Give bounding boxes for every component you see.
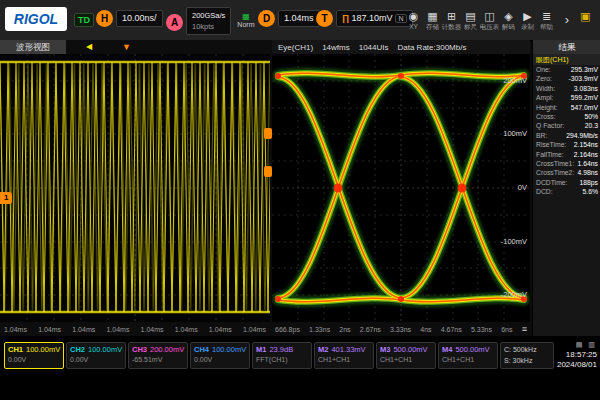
channel-name: CH2: [70, 344, 85, 355]
time-tick: 1.04ms: [72, 326, 95, 333]
storage-icon: ▦: [427, 10, 437, 22]
trigger-slope-icon: ∏: [342, 13, 349, 23]
result-label: DCD:: [536, 187, 553, 196]
result-row: One:295.3mV: [533, 65, 600, 74]
ch1-status-box[interactable]: CH1100.00mV 0.00V: [4, 342, 64, 369]
trigger-mode-badge[interactable]: TD: [74, 13, 94, 27]
time-tick: 2.67ns: [360, 326, 381, 333]
sample-rate: 200GSa/s: [192, 10, 225, 21]
tool-help[interactable]: ≣ 帮助: [537, 3, 556, 37]
toolbar-icons: ◉ XY ▦ 存储 ⊞ 计数器 ▤ 标尺 ◫ 电压表 ◈ 解码: [404, 3, 556, 37]
eye-diagram-display[interactable]: 200mV 100mV 0V -100mV -200mV: [272, 54, 530, 322]
trigger-level-value[interactable]: 187.10mV: [351, 13, 392, 23]
counter-status-box[interactable]: C: 500kHz S: 30kHz: [500, 342, 554, 369]
tool-record[interactable]: ▶ 录制: [518, 3, 537, 37]
result-value: 1.64ns: [578, 159, 598, 168]
result-label: Width:: [536, 84, 555, 93]
channel-status-bar: CH1100.00mV 0.00V CH2100.00mV 0.00V CH32…: [0, 336, 600, 400]
time-tick: 666.8ps: [275, 326, 300, 333]
ch4-status-box[interactable]: CH4100.00mV 0.00V: [190, 342, 250, 369]
time-tick: 1.04ms: [209, 326, 232, 333]
tool-xy[interactable]: ◉ XY: [404, 3, 423, 37]
tool-label: 存储: [426, 23, 439, 30]
horizontal-scale-control[interactable]: H 10.00ns/: [96, 10, 163, 27]
channel-offset: 0.00V: [194, 355, 246, 364]
clock-block: ▤ ▥ 18:57:25 2024/08/01: [557, 340, 597, 370]
results-section-label[interactable]: 眼图(CH1): [533, 54, 600, 65]
eye-diagram-plot: [272, 54, 530, 322]
time-tick: 1.04ms: [38, 326, 61, 333]
trigger-control[interactable]: T ∏187.10mVN: [316, 10, 413, 27]
waveform-display[interactable]: [0, 54, 270, 322]
trigger-key-icon[interactable]: T: [316, 10, 333, 27]
result-value: 188ps: [579, 178, 598, 187]
system-time: 18:57:25: [557, 350, 597, 360]
delay-value[interactable]: 1.04ms: [278, 10, 320, 27]
horizontal-key-icon[interactable]: H: [96, 10, 113, 27]
waveform-view-tab[interactable]: 波形视图: [0, 40, 66, 54]
help-icon: ≣: [542, 10, 551, 22]
delay-key-icon[interactable]: D: [258, 10, 275, 27]
eye-volt-label: 100mV: [503, 130, 527, 138]
tool-counter[interactable]: ⊞ 计数器: [442, 3, 461, 37]
eye-level-marker-low[interactable]: [264, 166, 272, 177]
tool-ruler[interactable]: ▤ 标尺: [461, 3, 480, 37]
time-tick: 6ns: [501, 326, 512, 333]
result-label: DCDTime:: [536, 178, 567, 187]
eye-volt-label: 0V: [518, 184, 527, 192]
ch2-status-box[interactable]: CH2100.00mV 0.00V: [66, 342, 126, 369]
result-value: -303.9mV: [569, 74, 598, 83]
result-value: 50%: [584, 112, 598, 121]
tool-storage[interactable]: ▦ 存储: [423, 3, 442, 37]
oscilloscope-screen: RIGOL TD H 10.00ns/ A 200GSa/s 10kpts ▦ …: [0, 0, 600, 400]
result-label: Height:: [536, 103, 558, 112]
channel-name: CH4: [194, 344, 209, 355]
channel-offset: CH1+CH1: [380, 355, 432, 364]
system-date: 2024/08/01: [557, 360, 597, 370]
channel-scale: 401.33mV: [331, 344, 365, 355]
tool-label: 解码: [502, 23, 515, 30]
math3-status-box[interactable]: M3500.00mV CH1+CH1: [376, 342, 436, 369]
time-tick: 2ns: [339, 326, 350, 333]
math1-status-box[interactable]: M123.9dB FFT(CH1): [252, 342, 312, 369]
time-tick: 4ns: [420, 326, 431, 333]
result-row: RiseTime:2.154ns: [533, 140, 600, 149]
time-tick: 4.67ns: [441, 326, 462, 333]
xy-icon: ◉: [409, 10, 419, 22]
tool-label: 电压表: [480, 23, 499, 30]
math4-status-box[interactable]: M4500.00mV CH1+CH1: [438, 342, 498, 369]
notification-icon[interactable]: ▣: [580, 10, 590, 23]
tool-decode[interactable]: ◈ 解码: [499, 3, 518, 37]
result-value: 2.164ns: [574, 150, 598, 159]
delay-control[interactable]: D 1.04ms: [258, 10, 320, 27]
collapse-arrow-icon[interactable]: ◀: [86, 43, 92, 51]
axis-menu-icon[interactable]: ≡: [522, 324, 527, 334]
trigger-position-marker[interactable]: ▼: [122, 42, 131, 52]
acquire-key-icon[interactable]: A: [166, 14, 183, 31]
time-tick: 1.04ms: [175, 326, 198, 333]
result-row: CrossTime2:4.98ns: [533, 168, 600, 177]
waveform-plot: [0, 54, 270, 322]
eye-panel-header: Eye(CH1) 14wfms 1044UIs Data Rate:300Mb/…: [272, 40, 530, 54]
eye-time-axis: 666.8ps 1.33ns 2ns 2.67ns 3.33ns 4ns 4.6…: [272, 322, 530, 336]
result-label: RiseTime:: [536, 140, 566, 149]
time-tick: 1.04ms: [141, 326, 164, 333]
eye-level-marker-high[interactable]: [264, 128, 272, 139]
result-row: FallTime:2.164ns: [533, 150, 600, 159]
results-title[interactable]: 结果: [533, 40, 600, 54]
acquire-mode[interactable]: ▦ Norm: [237, 13, 254, 29]
toolbar-more-chevron-icon[interactable]: ›: [560, 8, 574, 32]
tool-voltmeter[interactable]: ◫ 电压表: [480, 3, 499, 37]
channel1-offset-marker[interactable]: 1: [0, 192, 12, 204]
eye-ui-count: 1044UIs: [359, 43, 389, 52]
result-label: Cross:: [536, 112, 556, 121]
math2-status-box[interactable]: M2401.33mV CH1+CH1: [314, 342, 374, 369]
result-row: DCD:5.6%: [533, 187, 600, 196]
result-value: 2.154ns: [574, 140, 598, 149]
horizontal-scale-value[interactable]: 10.00ns/: [116, 10, 163, 27]
ch3-status-box[interactable]: CH3200.00mV -65.51mV: [128, 342, 188, 369]
memory-depth: 10kpts: [192, 21, 225, 32]
top-toolbar: RIGOL TD H 10.00ns/ A 200GSa/s 10kpts ▦ …: [0, 0, 600, 41]
record-icon: ▶: [523, 10, 531, 22]
acquisition-control[interactable]: A 200GSa/s 10kpts ▦ Norm: [166, 7, 254, 35]
